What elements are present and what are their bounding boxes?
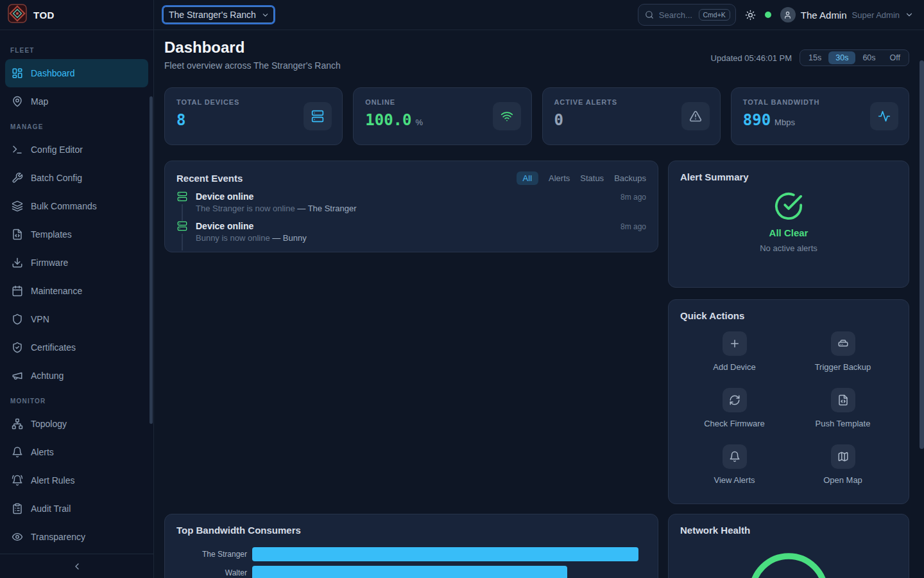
sidebar-item-dashboard[interactable]: Dashboard — [5, 59, 148, 87]
quick-action-view-alerts[interactable]: View Alerts — [680, 444, 789, 485]
sidebar-item-label: Audit Trail — [31, 504, 71, 514]
event-filter-all[interactable]: All — [517, 171, 538, 185]
sidebar-item-topology[interactable]: Topology — [5, 410, 148, 438]
quick-action-label: Trigger Backup — [815, 362, 871, 372]
refresh-interval-30s[interactable]: 30s — [828, 51, 855, 64]
sidebar-item-map[interactable]: Map — [5, 87, 148, 116]
sidebar-item-templates[interactable]: Templates — [5, 220, 148, 249]
chevron-down-icon — [905, 10, 914, 19]
shield-icon — [12, 313, 23, 325]
network-health-panel: Network Health 100 — [668, 514, 909, 578]
stat-value: 0 — [554, 111, 563, 129]
quick-action-check-firmware[interactable]: Check Firmware — [680, 388, 789, 428]
quick-action-open-map[interactable]: Open Map — [789, 444, 897, 485]
sidebar-item-alerts[interactable]: Alerts — [5, 438, 148, 466]
event-filter-alerts[interactable]: Alerts — [549, 171, 570, 185]
bell-icon — [12, 446, 23, 458]
sidebar-item-bulk-commands[interactable]: Bulk Commands — [5, 192, 148, 220]
sidebar-item-certificates[interactable]: Certificates — [5, 333, 148, 362]
main-area: The Stranger's Ranch Search... Cmd+K — [154, 0, 924, 578]
topbar: The Stranger's Ranch Search... Cmd+K — [154, 0, 924, 30]
stat-cards-row: TOTAL DEVICES8ONLINE100.0%ACTIVE ALERTS0… — [164, 87, 909, 145]
search-shortcut-badge: Cmd+K — [699, 9, 730, 21]
hard-drive-icon — [837, 338, 849, 349]
sidebar-item-vpn[interactable]: VPN — [5, 305, 148, 333]
quick-action-add-device[interactable]: Add Device — [680, 331, 789, 372]
sidebar-item-label: Firmware — [31, 258, 68, 268]
sidebar-collapse-button[interactable] — [0, 554, 153, 578]
topbar-right: Search... Cmd+K The Admin Super Admin — [638, 4, 914, 26]
sidebar-item-config-editor[interactable]: Config Editor — [5, 136, 148, 164]
quick-action-push-template[interactable]: Push Template — [789, 388, 897, 428]
quick-action-icon-box — [723, 331, 747, 356]
sidebar-item-batch-config[interactable]: Batch Config — [5, 164, 148, 192]
refresh-interval-60s[interactable]: 60s — [855, 51, 882, 64]
bandwidth-bar-row: The Stranger — [176, 545, 646, 563]
eye-icon — [12, 531, 23, 543]
sidebar-item-alert-rules[interactable]: Alert Rules — [5, 466, 148, 495]
recent-events-panel: Recent Events AllAlertsStatusBackups Dev… — [164, 161, 658, 252]
bandwidth-bar-row: Walter — [176, 563, 646, 578]
sidebar-item-audit-trail[interactable]: Audit Trail — [5, 495, 148, 523]
calendar-icon — [12, 285, 23, 297]
page-header: Dashboard Fleet overview across The Stra… — [164, 38, 909, 71]
layers-icon — [12, 200, 23, 212]
refresh-interval-15s[interactable]: 15s — [801, 51, 828, 64]
event-target: — The Stranger — [297, 204, 356, 213]
app-root: TOD FLEETDashboardMapMANAGEConfig Editor… — [0, 0, 924, 578]
bandwidth-title: Top Bandwidth Consumers — [176, 525, 646, 536]
event-connector-line — [182, 234, 183, 250]
refresh-interval-off[interactable]: Off — [883, 51, 907, 64]
quick-actions-grid: Add DeviceTrigger BackupCheck FirmwarePu… — [680, 331, 897, 485]
sidebar-item-label: VPN — [31, 314, 49, 324]
quick-action-icon-box — [723, 388, 747, 412]
user-name: The Admin — [801, 10, 847, 21]
event-filter-status[interactable]: Status — [580, 171, 604, 185]
event-body: Device onlineBunny is now online — Bunny — [196, 221, 613, 250]
activity-icon — [878, 110, 891, 123]
sidebar-section-label: MONITOR — [0, 390, 153, 410]
server-icon — [177, 191, 187, 202]
bandwidth-bar — [252, 566, 567, 578]
search-input[interactable]: Search... Cmd+K — [638, 4, 736, 26]
sidebar-item-label: Topology — [31, 419, 67, 429]
refresh-interval-control: 15s30s60sOff — [800, 49, 909, 66]
bottom-grid: Top Bandwidth Consumers The StrangerWalt… — [164, 514, 909, 578]
event-time: 8m ago — [620, 191, 646, 221]
sidebar-item-label: Bulk Commands — [31, 201, 97, 211]
refresh-cw-icon — [729, 394, 740, 406]
file-code-icon — [837, 394, 849, 406]
theme-toggle-button[interactable] — [745, 10, 756, 21]
event-filter-tabs: AllAlertsStatusBackups — [517, 171, 646, 185]
user-menu[interactable]: The Admin Super Admin — [780, 7, 914, 22]
sidebar-item-achtung[interactable]: Achtung — [5, 362, 148, 390]
sidebar-item-maintenance[interactable]: Maintenance — [5, 277, 148, 305]
sidebar-item-label: Maintenance — [31, 286, 82, 296]
user-icon — [783, 11, 792, 19]
recent-events-title: Recent Events — [176, 173, 243, 184]
event-filter-backups[interactable]: Backups — [614, 171, 646, 185]
terminal-icon — [12, 144, 23, 155]
sidebar-item-label: Certificates — [31, 342, 76, 353]
sidebar-item-firmware[interactable]: Firmware — [5, 249, 148, 277]
sidebar-scrollbar[interactable] — [150, 96, 153, 424]
stat-card-active-alerts: ACTIVE ALERTS0 — [542, 87, 721, 145]
alert-status-text: All Clear — [769, 227, 809, 238]
chevron-down-icon — [261, 11, 270, 19]
quick-action-trigger-backup[interactable]: Trigger Backup — [789, 331, 897, 372]
sidebar-item-label: Templates — [31, 229, 72, 240]
stat-card-online: ONLINE100.0% — [353, 87, 531, 145]
avatar — [780, 7, 796, 22]
health-ring: 100 — [680, 545, 897, 578]
quick-action-icon-box — [831, 444, 855, 469]
site-selector[interactable]: The Stranger's Ranch — [163, 6, 274, 23]
bandwidth-bar-track — [252, 566, 646, 578]
bell-icon — [729, 451, 740, 462]
quick-action-label: Push Template — [816, 419, 871, 428]
sidebar-item-transparency[interactable]: Transparency — [5, 523, 148, 551]
wrench-icon — [12, 172, 23, 184]
stat-icon-box — [304, 102, 332, 130]
content-scrollbar[interactable] — [920, 60, 924, 449]
event-row: Device onlineBunny is now online — Bunny… — [176, 221, 646, 250]
sidebar-item-label: Config Editor — [31, 144, 83, 155]
